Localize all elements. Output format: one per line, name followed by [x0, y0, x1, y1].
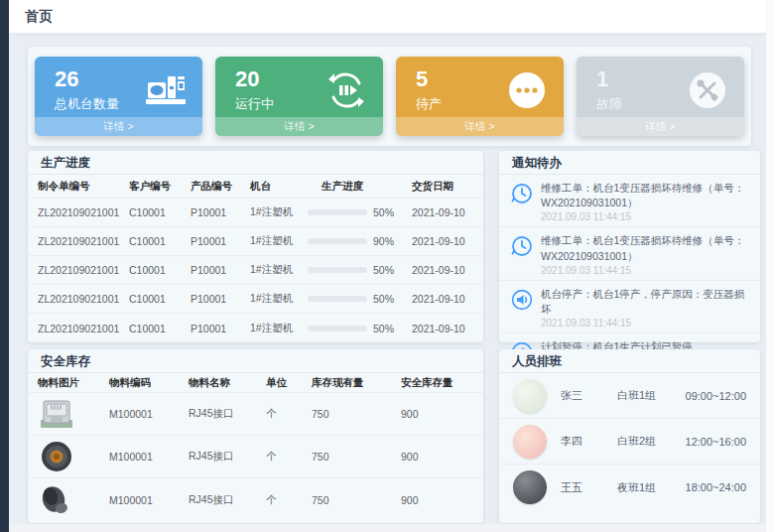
progress-label: 90% [373, 235, 394, 247]
progress-bar [308, 267, 367, 273]
stat-detail-link[interactable]: 详情 > [215, 117, 383, 136]
stat-label: 运行中 [235, 95, 274, 113]
machine-name: 1#注塑机 [250, 263, 308, 277]
notification-text: 机台停产：机台1停产，停产原因：变压器损坏 [541, 287, 750, 317]
col-header: 制令单编号 [38, 180, 129, 194]
delivery-date: 2021-09-10 [412, 293, 483, 305]
material-code: M100001 [109, 494, 189, 506]
table-row[interactable]: ZL202109021001 C10001 P10001 1#注塑机 50% 2… [28, 285, 483, 314]
panel-title-production: 生产进度 [28, 151, 483, 175]
table-row[interactable]: M100001 RJ45接口 个 750 900 [28, 436, 483, 478]
stat-detail-link[interactable]: 详情 > [396, 117, 564, 136]
progress-bar [308, 326, 367, 332]
material-name: RJ45接口 [189, 407, 266, 421]
stat-card-pending[interactable]: 5 待产 详情 > [396, 57, 564, 136]
list-item[interactable]: 维修工单：机台1变压器损坏待维修（单号：WX202109031001） 2021… [499, 175, 760, 227]
col-header: 产品编号 [191, 180, 250, 194]
material-unit: 个 [266, 450, 312, 464]
table-row[interactable]: M100001 RJ45接口 个 750 900 [28, 478, 483, 521]
machine-name: 1#注塑机 [250, 205, 308, 219]
list-item[interactable]: 机台停产：机台1停产，停产原因：变压器损坏 2021.09.03 11:44:1… [499, 281, 760, 333]
stat-detail-link[interactable]: 详情 > [577, 117, 744, 136]
stat-value: 5 [416, 66, 442, 92]
col-header: 生产进度 [308, 180, 412, 194]
stat-label: 总机台数量 [55, 95, 119, 113]
col-header: 物料名称 [189, 376, 266, 390]
notification-content: 维修工单：机台1变压器损坏待维修（单号：WX202109031001） 2021… [541, 181, 750, 222]
customer-no: C10001 [129, 206, 191, 218]
stat-cards-panel: 26 总机台数量 详情 > 20 运行中 详情 > [28, 47, 751, 146]
safety-inventory-panel: 安全库存 物料图片 物料编码 物料名称 单位 库存现有量 安全库存量 M1000… [28, 349, 483, 523]
pending-icon [506, 70, 548, 110]
machine-name: 1#注塑机 [250, 322, 308, 335]
personnel-schedule-panel: 人员排班 张三 白班1组 09:00~12:00 李四 白班2组 12:00~1… [499, 349, 760, 523]
product-no: P10001 [191, 235, 250, 247]
notifications-panel: 通知待办 维修工单：机台1变压器损坏待维修（单号：WX202109031001）… [499, 151, 760, 342]
stat-value: 26 [55, 66, 119, 92]
table-row[interactable]: ZL202109021001 C10001 P10001 1#注塑机 90% 2… [28, 227, 483, 256]
progress-label: 50% [373, 206, 394, 218]
stat-card-text: 26 总机台数量 [55, 66, 119, 113]
progress-cell: 50% [308, 206, 412, 218]
shift-group: 夜班1组 [617, 480, 686, 495]
stat-value: 20 [235, 66, 274, 92]
table-row[interactable]: ZL202109021001 C10001 P10001 1#注塑机 50% 2… [28, 256, 483, 285]
col-header: 客户编号 [129, 180, 191, 194]
delivery-date: 2021-09-10 [412, 206, 483, 218]
list-item[interactable]: 维修工单：机台1变压器损坏待维修（单号：WX202109031001） 2021… [499, 227, 760, 280]
col-header: 物料编码 [109, 376, 189, 390]
shift-time: 09:00~12:00 [686, 390, 746, 402]
progress-cell: 50% [308, 264, 412, 276]
order-no: ZL202109021001 [38, 206, 129, 218]
panel-title-notifications: 通知待办 [499, 151, 760, 175]
stat-detail-link[interactable]: 详情 > [35, 117, 202, 136]
order-no: ZL202109021001 [38, 323, 129, 334]
stat-label: 待产 [416, 95, 442, 113]
table-row[interactable]: ZL202109021001 C10001 P10001 1#注塑机 50% 2… [28, 314, 483, 342]
shift-group: 白班2组 [617, 434, 686, 449]
panel-title-inventory: 安全库存 [28, 349, 483, 373]
tags-view-bar: 首页 [9, 0, 766, 34]
stat-card-text: 20 运行中 [235, 66, 274, 113]
customer-no: C10001 [129, 264, 191, 276]
list-item[interactable]: 李四 白班2组 12:00~16:00 [499, 419, 760, 465]
panel-title-schedule: 人员排班 [499, 349, 760, 373]
progress-cell: 90% [308, 235, 412, 247]
list-item[interactable]: 王五 夜班1组 18:00~24:00 [499, 465, 760, 510]
product-no: P10001 [191, 206, 250, 218]
notification-text: 维修工单：机台1变压器损坏待维修（单号：WX202109031001） [541, 181, 750, 210]
tab-home[interactable]: 首页 [19, 8, 59, 26]
stat-card-running[interactable]: 20 运行中 详情 > [215, 57, 383, 136]
progress-label: 50% [373, 323, 394, 334]
person-name: 李四 [561, 434, 617, 449]
fault-icon [687, 70, 728, 110]
stat-card-total-machines[interactable]: 26 总机台数量 详情 > [35, 57, 202, 136]
avatar [513, 425, 547, 459]
product-no: P10001 [191, 293, 250, 305]
stock-qty: 750 [312, 451, 401, 463]
machine-name: 1#注塑机 [250, 292, 308, 306]
col-header: 单位 [266, 376, 312, 390]
table-row[interactable]: M100001 RJ45接口 个 750 900 [28, 393, 483, 436]
sidebar-collapsed-strip [0, 0, 9, 532]
product-no: P10001 [191, 323, 250, 334]
dashboard-content: 26 总机台数量 详情 > 20 运行中 详情 > [9, 35, 766, 524]
clock-icon [511, 235, 533, 257]
safety-qty: 900 [401, 451, 485, 463]
machine-icon [145, 70, 187, 110]
page-bottom-gutter [9, 524, 766, 532]
table-row[interactable]: ZL202109021001 C10001 P10001 1#注塑机 50% 2… [28, 199, 483, 227]
product-no: P10001 [191, 264, 250, 276]
col-header: 库存现有量 [312, 376, 401, 390]
list-item[interactable]: 张三 白班1组 09:00~12:00 [499, 373, 760, 419]
notification-time: 2021.09.03 11:44:15 [541, 265, 750, 276]
inventory-table-header: 物料图片 物料编码 物料名称 单位 库存现有量 安全库存量 [28, 373, 483, 393]
material-name: RJ45接口 [189, 493, 266, 507]
speaker-icon [511, 289, 533, 311]
order-no: ZL202109021001 [38, 235, 129, 247]
safety-qty: 900 [401, 408, 485, 420]
stat-card-fault[interactable]: 1 故障 详情 > [577, 57, 744, 136]
stat-label: 故障 [596, 95, 622, 113]
machine-name: 1#注塑机 [250, 234, 308, 248]
order-no: ZL202109021001 [38, 293, 129, 305]
